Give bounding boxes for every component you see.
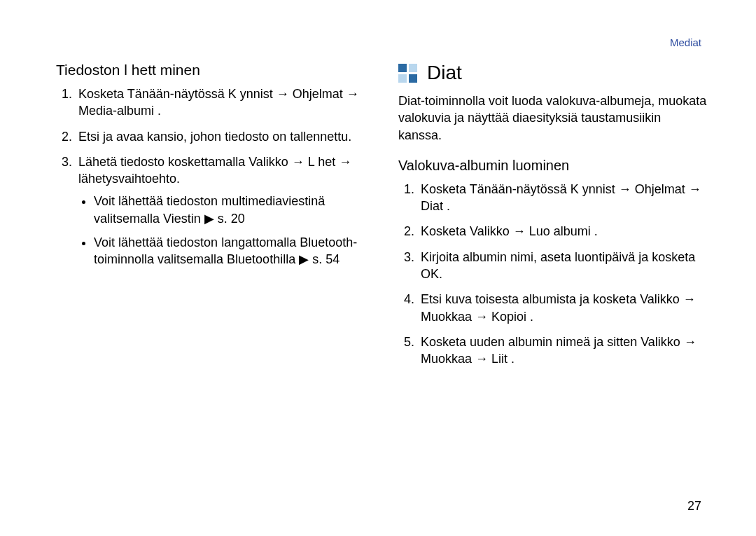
section-squares-icon [398,64,417,83]
list-item-text: Kosketa uuden albumin nimeä ja sitten Va… [421,335,696,366]
list-item: Lähetä tiedosto koskettamalla Valikko → … [76,153,365,268]
left-column: Tiedoston l hett minen Kosketa Tänään-nä… [56,62,365,376]
list-item: Kosketa Tänään-näytössä K ynnist → Ohjel… [418,181,707,215]
list-item-text: Etsi ja avaa kansio, johon tiedosto on t… [78,130,351,144]
list-item-text: Kosketa Valikko → Luo albumi . [421,224,598,238]
bullet-item-text: Voit lähettää tiedoston multimediaviesti… [94,194,325,225]
list-item: Kirjoita albumin nimi, aseta luontipäivä… [418,249,707,283]
list-item-text: Kosketa Tänään-näytössä K ynnist → Ohjel… [421,182,701,213]
list-item: Kosketa Tänään-näytössä K ynnist → Ohjel… [76,85,365,120]
list-item-text: Kosketa Tänään-näytössä K ynnist → Ohjel… [78,87,359,118]
page-number: 27 [687,499,701,514]
two-column-layout: Tiedoston l hett minen Kosketa Tänään-nä… [56,62,707,376]
right-heading-row: Diat [398,62,707,84]
list-item-text: Kirjoita albumin nimi, aseta luontipäivä… [421,250,695,281]
right-heading: Diat [427,62,462,84]
nested-bullet-list: Voit lähettää tiedoston multimediaviesti… [78,193,365,268]
list-item-text: Etsi kuva toisesta albumista ja kosketa … [421,292,696,323]
right-column: Diat Diat-toiminnolla voit luoda valokuv… [398,62,707,376]
bullet-item: Voit lähettää tiedoston langattomalla Bl… [94,234,365,268]
list-item: Kosketa uuden albumin nimeä ja sitten Va… [418,334,707,368]
list-item: Kosketa Valikko → Luo albumi . [418,223,707,240]
page: Mediat Tiedoston l hett minen Kosketa Tä… [0,0,756,536]
intro-paragraph: Diat-toiminnolla voit luoda valokuva-alb… [398,92,707,144]
right-ordered-list: Kosketa Tänään-näytössä K ynnist → Ohjel… [398,181,707,368]
list-item-text: Lähetä tiedosto koskettamalla Valikko → … [78,155,351,186]
list-item: Etsi ja avaa kansio, johon tiedosto on t… [76,128,365,145]
section-breadcrumb: Mediat [670,36,701,48]
left-heading: Tiedoston l hett minen [56,62,365,78]
bullet-item: Voit lähettää tiedoston multimediaviesti… [94,193,365,227]
bullet-item-text: Voit lähettää tiedoston langattomalla Bl… [94,235,357,266]
list-item: Etsi kuva toisesta albumista ja kosketa … [418,291,707,325]
left-ordered-list: Kosketa Tänään-näytössä K ynnist → Ohjel… [56,85,365,268]
right-subheading: Valokuva-albumin luominen [398,158,707,174]
